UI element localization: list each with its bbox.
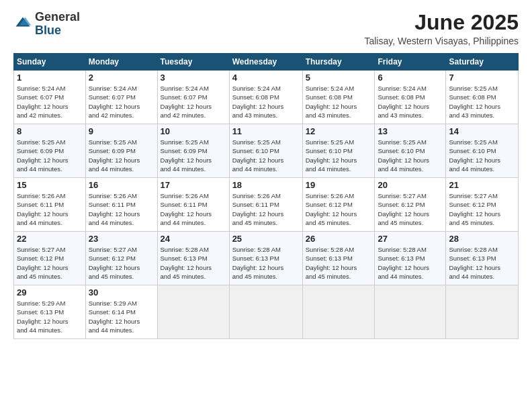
logo-icon bbox=[13, 15, 32, 34]
header-friday: Friday bbox=[375, 54, 446, 71]
table-row: 30Sunrise: 5:29 AMSunset: 6:14 PMDayligh… bbox=[85, 285, 157, 339]
calendar-week-row: 1Sunrise: 5:24 AMSunset: 6:07 PMDaylight… bbox=[14, 71, 519, 124]
calendar-page: General Blue June 2025 Talisay, Western … bbox=[0, 0, 532, 411]
table-row: 21Sunrise: 5:27 AMSunset: 6:12 PMDayligh… bbox=[446, 178, 519, 232]
day-number: 17 bbox=[161, 180, 226, 190]
day-number: 30 bbox=[89, 287, 154, 298]
calendar-week-row: 8Sunrise: 5:25 AMSunset: 6:09 PMDaylight… bbox=[14, 124, 519, 178]
day-number: 7 bbox=[449, 73, 515, 83]
day-info: Sunrise: 5:28 AMSunset: 6:13 PMDaylight:… bbox=[449, 245, 515, 281]
table-row bbox=[446, 285, 519, 339]
day-info: Sunrise: 5:25 AMSunset: 6:09 PMDaylight:… bbox=[161, 138, 226, 173]
day-number: 10 bbox=[161, 126, 226, 136]
day-number: 15 bbox=[17, 180, 83, 190]
table-row: 23Sunrise: 5:27 AMSunset: 6:12 PMDayligh… bbox=[85, 232, 157, 285]
day-number: 22 bbox=[17, 234, 83, 244]
logo-text: General Blue bbox=[35, 11, 80, 38]
table-row: 29Sunrise: 5:29 AMSunset: 6:13 PMDayligh… bbox=[14, 285, 86, 339]
day-info: Sunrise: 5:25 AMSunset: 6:10 PMDaylight:… bbox=[232, 138, 300, 173]
table-row: 20Sunrise: 5:27 AMSunset: 6:12 PMDayligh… bbox=[375, 178, 446, 232]
day-info: Sunrise: 5:27 AMSunset: 6:12 PMDaylight:… bbox=[89, 245, 154, 281]
day-info: Sunrise: 5:27 AMSunset: 6:12 PMDaylight:… bbox=[378, 191, 443, 227]
day-number: 16 bbox=[89, 180, 154, 190]
table-row: 5Sunrise: 5:24 AMSunset: 6:08 PMDaylight… bbox=[302, 71, 375, 124]
page-header: General Blue June 2025 Talisay, Western … bbox=[13, 11, 519, 46]
day-info: Sunrise: 5:29 AMSunset: 6:13 PMDaylight:… bbox=[17, 299, 83, 334]
table-row: 1Sunrise: 5:24 AMSunset: 6:07 PMDaylight… bbox=[14, 71, 86, 124]
table-row: 25Sunrise: 5:28 AMSunset: 6:13 PMDayligh… bbox=[229, 232, 302, 285]
day-info: Sunrise: 5:27 AMSunset: 6:12 PMDaylight:… bbox=[17, 245, 83, 281]
location: Talisay, Western Visayas, Philippines bbox=[364, 36, 519, 46]
table-row: 4Sunrise: 5:24 AMSunset: 6:08 PMDaylight… bbox=[229, 71, 302, 124]
table-row: 7Sunrise: 5:25 AMSunset: 6:08 PMDaylight… bbox=[446, 71, 519, 124]
table-row: 24Sunrise: 5:28 AMSunset: 6:13 PMDayligh… bbox=[157, 232, 229, 285]
table-row: 22Sunrise: 5:27 AMSunset: 6:12 PMDayligh… bbox=[14, 232, 86, 285]
day-info: Sunrise: 5:25 AMSunset: 6:08 PMDaylight:… bbox=[449, 84, 515, 120]
day-number: 3 bbox=[161, 73, 226, 83]
day-info: Sunrise: 5:25 AMSunset: 6:09 PMDaylight:… bbox=[17, 138, 83, 173]
day-number: 21 bbox=[449, 180, 515, 190]
table-row: 26Sunrise: 5:28 AMSunset: 6:13 PMDayligh… bbox=[302, 232, 375, 285]
month-title: June 2025 bbox=[364, 11, 519, 34]
day-number: 11 bbox=[232, 126, 300, 136]
day-number: 2 bbox=[89, 73, 154, 83]
table-row: 3Sunrise: 5:24 AMSunset: 6:07 PMDaylight… bbox=[157, 71, 229, 124]
table-row: 8Sunrise: 5:25 AMSunset: 6:09 PMDaylight… bbox=[14, 124, 86, 178]
day-number: 20 bbox=[378, 180, 443, 190]
day-info: Sunrise: 5:27 AMSunset: 6:12 PMDaylight:… bbox=[449, 191, 515, 227]
day-info: Sunrise: 5:24 AMSunset: 6:07 PMDaylight:… bbox=[89, 84, 154, 120]
day-number: 6 bbox=[378, 73, 443, 83]
day-number: 23 bbox=[89, 234, 154, 244]
table-row bbox=[302, 285, 375, 339]
table-row: 11Sunrise: 5:25 AMSunset: 6:10 PMDayligh… bbox=[229, 124, 302, 178]
title-block: June 2025 Talisay, Western Visayas, Phil… bbox=[364, 11, 519, 46]
table-row: 13Sunrise: 5:25 AMSunset: 6:10 PMDayligh… bbox=[375, 124, 446, 178]
day-number: 27 bbox=[378, 234, 443, 244]
calendar-week-row: 29Sunrise: 5:29 AMSunset: 6:13 PMDayligh… bbox=[14, 285, 519, 339]
day-info: Sunrise: 5:26 AMSunset: 6:11 PMDaylight:… bbox=[89, 191, 154, 227]
table-row: 28Sunrise: 5:28 AMSunset: 6:13 PMDayligh… bbox=[446, 232, 519, 285]
day-number: 4 bbox=[232, 73, 300, 83]
day-info: Sunrise: 5:28 AMSunset: 6:13 PMDaylight:… bbox=[161, 245, 226, 281]
table-row: 15Sunrise: 5:26 AMSunset: 6:11 PMDayligh… bbox=[14, 178, 86, 232]
day-info: Sunrise: 5:28 AMSunset: 6:13 PMDaylight:… bbox=[232, 245, 300, 281]
day-info: Sunrise: 5:24 AMSunset: 6:07 PMDaylight:… bbox=[161, 84, 226, 120]
day-number: 13 bbox=[378, 126, 443, 136]
header-tuesday: Tuesday bbox=[157, 54, 229, 71]
day-number: 14 bbox=[449, 126, 515, 136]
table-row: 16Sunrise: 5:26 AMSunset: 6:11 PMDayligh… bbox=[85, 178, 157, 232]
header-sunday: Sunday bbox=[14, 54, 86, 71]
day-number: 5 bbox=[306, 73, 372, 83]
day-number: 18 bbox=[232, 180, 300, 190]
table-row: 6Sunrise: 5:24 AMSunset: 6:08 PMDaylight… bbox=[375, 71, 446, 124]
table-row bbox=[157, 285, 229, 339]
day-number: 25 bbox=[232, 234, 300, 244]
table-row: 17Sunrise: 5:26 AMSunset: 6:11 PMDayligh… bbox=[157, 178, 229, 232]
day-number: 28 bbox=[449, 234, 515, 244]
table-row: 9Sunrise: 5:25 AMSunset: 6:09 PMDaylight… bbox=[85, 124, 157, 178]
day-info: Sunrise: 5:24 AMSunset: 6:07 PMDaylight:… bbox=[17, 84, 83, 120]
logo: General Blue bbox=[13, 11, 80, 38]
header-monday: Monday bbox=[85, 54, 157, 71]
day-info: Sunrise: 5:28 AMSunset: 6:13 PMDaylight:… bbox=[306, 245, 372, 281]
day-number: 12 bbox=[306, 126, 372, 136]
weekday-header-row: Sunday Monday Tuesday Wednesday Thursday… bbox=[14, 54, 519, 71]
table-row: 14Sunrise: 5:25 AMSunset: 6:10 PMDayligh… bbox=[446, 124, 519, 178]
table-row bbox=[229, 285, 302, 339]
day-info: Sunrise: 5:29 AMSunset: 6:14 PMDaylight:… bbox=[89, 299, 154, 334]
day-info: Sunrise: 5:26 AMSunset: 6:11 PMDaylight:… bbox=[161, 191, 226, 227]
day-number: 29 bbox=[17, 287, 83, 298]
day-number: 9 bbox=[89, 126, 154, 136]
day-number: 24 bbox=[161, 234, 226, 244]
table-row: 27Sunrise: 5:28 AMSunset: 6:13 PMDayligh… bbox=[375, 232, 446, 285]
day-info: Sunrise: 5:28 AMSunset: 6:13 PMDaylight:… bbox=[378, 245, 443, 281]
day-info: Sunrise: 5:26 AMSunset: 6:11 PMDaylight:… bbox=[17, 191, 83, 227]
day-info: Sunrise: 5:24 AMSunset: 6:08 PMDaylight:… bbox=[378, 84, 443, 120]
day-number: 8 bbox=[17, 126, 83, 136]
table-row: 18Sunrise: 5:26 AMSunset: 6:11 PMDayligh… bbox=[229, 178, 302, 232]
header-thursday: Thursday bbox=[302, 54, 375, 71]
day-info: Sunrise: 5:26 AMSunset: 6:11 PMDaylight:… bbox=[232, 191, 300, 227]
day-info: Sunrise: 5:25 AMSunset: 6:09 PMDaylight:… bbox=[89, 138, 154, 173]
table-row bbox=[375, 285, 446, 339]
day-info: Sunrise: 5:24 AMSunset: 6:08 PMDaylight:… bbox=[232, 84, 300, 120]
